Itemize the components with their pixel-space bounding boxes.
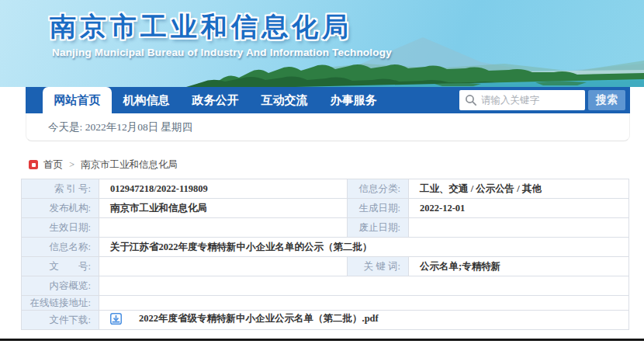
field-value-keywords: 公示名单;专精特新 bbox=[409, 257, 629, 276]
search-input[interactable] bbox=[481, 90, 582, 110]
field-value-expiry-date bbox=[409, 218, 629, 238]
field-value-content-overview bbox=[99, 276, 629, 296]
search-button[interactable]: 搜索 bbox=[588, 90, 625, 110]
field-label-publisher: 发布机构: bbox=[22, 199, 99, 218]
field-label-index-no: 索 引 号: bbox=[22, 179, 99, 199]
table-row: 在线链接地址: bbox=[22, 296, 629, 311]
field-value-publisher: 南京市工业和信息化局 bbox=[99, 199, 348, 218]
home-icon bbox=[29, 160, 38, 169]
breadcrumb: 首页 > 南京市工业和信息化局 bbox=[29, 158, 178, 171]
field-value-created-date: 2022-12-01 bbox=[409, 199, 629, 218]
field-label-expiry-date: 废止日期: bbox=[348, 218, 409, 238]
table-row: 信息名称: 关于江苏省2022年度专精特新中小企业名单的公示（第二批） bbox=[22, 238, 629, 257]
field-label-keywords: 关 键 词: bbox=[348, 257, 409, 276]
pdf-download-link[interactable]: 2022年度省级专精特新中小企业公示名单（第二批）.pdf bbox=[110, 312, 379, 325]
field-label-file-download: 文件下载: bbox=[22, 311, 99, 330]
field-label-info-category: 信息分类: bbox=[348, 179, 409, 199]
field-value-info-category: 工业、交通 / 公示公告 / 其他 bbox=[409, 179, 629, 199]
table-row: 文件下载: 2022年度省级专精特新中小企业公示名单（第二批）.pdf bbox=[22, 311, 629, 330]
field-label-doc-no: 文 号: bbox=[22, 257, 99, 276]
tab-interaction[interactable]: 互动交流 bbox=[250, 87, 319, 113]
field-label-online-link: 在线链接地址: bbox=[22, 296, 99, 311]
site-subtitle: Nanjing Municipal Bureau of Industry And… bbox=[52, 47, 392, 58]
table-row: 发布机构: 南京市工业和信息化局 生成日期: 2022-12-01 bbox=[22, 199, 629, 218]
tab-home[interactable]: 网站首页 bbox=[43, 87, 112, 113]
breadcrumb-separator: > bbox=[69, 159, 74, 171]
page: 南京市工业和信息化局 Nanjing Municipal Bureau of I… bbox=[0, 0, 644, 344]
footer-divider bbox=[0, 339, 644, 341]
date-bar: 今天是: 2022年12月08日 星期四 bbox=[26, 113, 630, 141]
field-value-index-no: 012947218/2022-119809 bbox=[99, 179, 348, 199]
table-row: 文 号: 关 键 词: 公示名单;专精特新 bbox=[22, 257, 629, 276]
tab-gov-disclosure[interactable]: 政务公开 bbox=[181, 87, 250, 113]
main-nav: 网站首页 机构信息 政务公开 互动交流 办事服务 搜索 bbox=[26, 87, 630, 113]
pdf-filename: 2022年度省级专精特新中小企业公示名单（第二批）.pdf bbox=[139, 312, 379, 325]
search-bar: 搜索 bbox=[459, 90, 625, 110]
table-row: 生效日期: 废止日期: bbox=[22, 218, 629, 238]
file-download-cell: 2022年度省级专精特新中小企业公示名单（第二批）.pdf bbox=[99, 311, 629, 330]
search-icon bbox=[465, 94, 477, 106]
field-value-info-name: 关于江苏省2022年度专精特新中小企业名单的公示（第二批） bbox=[99, 238, 629, 257]
info-table: 索 引 号: 012947218/2022-119809 信息分类: 工业、交通… bbox=[21, 179, 629, 330]
table-row: 内容概览: bbox=[22, 276, 629, 296]
search-box bbox=[459, 90, 585, 110]
field-label-created-date: 生成日期: bbox=[348, 199, 409, 218]
field-value-doc-no bbox=[99, 257, 348, 276]
field-label-info-name: 信息名称: bbox=[22, 238, 99, 257]
field-value-effective-date bbox=[99, 218, 348, 238]
tab-org-info[interactable]: 机构信息 bbox=[112, 87, 181, 113]
breadcrumb-current: 南京市工业和信息化局 bbox=[81, 158, 178, 172]
field-label-effective-date: 生效日期: bbox=[22, 218, 99, 238]
table-row: 索 引 号: 012947218/2022-119809 信息分类: 工业、交通… bbox=[22, 179, 629, 199]
today-date: 今天是: 2022年12月08日 星期四 bbox=[48, 120, 192, 134]
field-value-online-link bbox=[99, 296, 629, 311]
site-title: 南京市工业和信息化局 bbox=[50, 9, 352, 45]
field-label-content-overview: 内容概览: bbox=[22, 276, 99, 296]
breadcrumb-home-link[interactable]: 首页 bbox=[43, 158, 63, 172]
download-icon bbox=[110, 313, 122, 325]
site-header-banner: 南京市工业和信息化局 Nanjing Municipal Bureau of I… bbox=[0, 0, 644, 87]
tab-services[interactable]: 办事服务 bbox=[319, 87, 388, 113]
